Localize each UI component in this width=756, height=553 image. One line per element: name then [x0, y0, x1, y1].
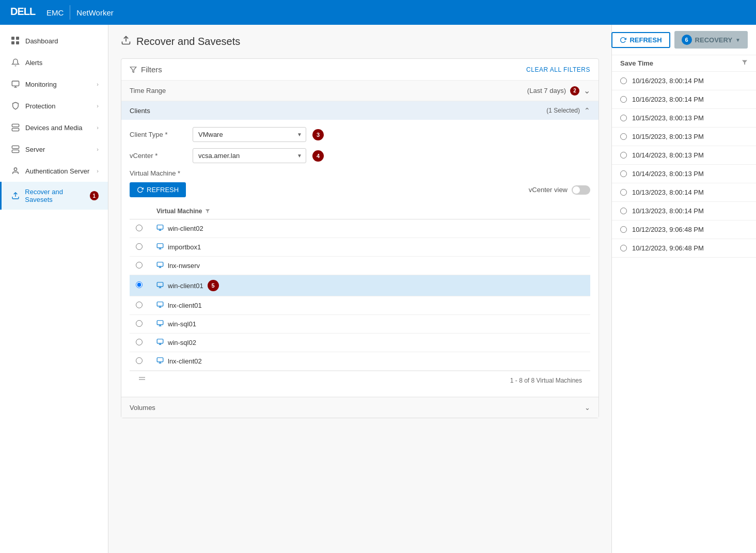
right-panel-buttons: REFRESH 6 RECOVERY ▼ [612, 25, 756, 55]
vm-icon [156, 224, 164, 233]
sidebar-item-monitoring[interactable]: Monitoring › [0, 73, 108, 95]
step-3-badge: 3 [312, 129, 324, 140]
sidebar-item-alerts[interactable]: Alerts [0, 52, 108, 73]
vm-radio-win-sql02[interactable] [136, 339, 143, 345]
clients-body: Client Type * VMware ▼ 3 vCenter * [121, 120, 598, 397]
devices-chevron-icon: › [97, 124, 99, 131]
savetime-text: 10/12/2023, 9:06:48 PM [632, 244, 704, 252]
sidebar-item-server[interactable]: Server › [0, 138, 108, 160]
table-row[interactable]: win-client01 5 [130, 275, 590, 296]
savetime-radio[interactable] [620, 226, 627, 233]
savetime-radio[interactable] [620, 77, 627, 84]
savetime-list: 10/16/2023, 8:00:14 PM 10/16/2023, 8:00:… [612, 72, 756, 553]
savetime-radio[interactable] [620, 208, 627, 214]
savetime-radio[interactable] [620, 245, 627, 251]
savetime-row[interactable]: 10/14/2023, 8:00:13 PM [612, 165, 756, 183]
vm-radio-importbox1[interactable] [136, 243, 143, 250]
sidebar-item-dashboard[interactable]: Dashboard [0, 30, 108, 52]
table-row[interactable]: win-client02 [130, 219, 590, 238]
savetime-row[interactable]: 10/15/2023, 8:00:13 PM [612, 109, 756, 128]
brand-logo: DELL EMC [10, 6, 64, 20]
vm-name: lnx-client02 [168, 357, 202, 365]
vcenter-view-label: vCenter view [529, 186, 568, 194]
svg-point-14 [14, 168, 17, 170]
clients-chevron-up-icon: ⌃ [584, 106, 590, 115]
server-chevron-icon: › [97, 146, 99, 152]
savetime-radio[interactable] [620, 133, 627, 140]
page-header: Recover and Savesets [121, 35, 599, 48]
table-row[interactable]: lnx-client01 [130, 296, 590, 315]
vm-radio-win-client02[interactable] [136, 225, 143, 231]
savetime-row[interactable]: 10/16/2023, 8:00:14 PM [612, 72, 756, 90]
savetime-radio[interactable] [620, 189, 627, 196]
savetime-row[interactable]: 10/13/2023, 8:00:14 PM [612, 202, 756, 220]
client-type-label: Client Type * [130, 131, 186, 138]
sidebar-item-server-label: Server [25, 146, 45, 153]
svg-rect-22 [157, 244, 163, 248]
savetime-text: 10/15/2023, 8:00:13 PM [632, 133, 704, 140]
vm-radio-lnx-nwserv[interactable] [136, 262, 143, 268]
table-row[interactable]: lnx-nwserv [130, 257, 590, 275]
right-panel-refresh-button[interactable]: REFRESH [611, 32, 670, 48]
vm-icon [156, 338, 164, 347]
sidebar-item-protection[interactable]: Protection › [0, 95, 108, 117]
sidebar-item-monitoring-label: Monitoring [25, 81, 57, 88]
vm-radio-win-sql01[interactable] [136, 320, 143, 327]
savetime-header: Save Time [612, 55, 756, 72]
savetime-row[interactable]: 10/15/2023, 8:00:13 PM [612, 128, 756, 146]
volumes-chevron-down-icon: ⌄ [585, 404, 590, 412]
savetime-radio[interactable] [620, 115, 627, 121]
time-range-row: Time Range (Last 7 days) 2 ⌄ [121, 81, 598, 101]
savetime-row[interactable]: 10/16/2023, 8:00:14 PM [612, 90, 756, 109]
clients-label: Clients [130, 107, 150, 115]
vm-icon [156, 320, 164, 328]
vm-radio-win-client01[interactable] [136, 281, 143, 288]
table-row[interactable]: win-sql02 [130, 334, 590, 352]
svg-rect-37 [157, 339, 163, 343]
recovery-button[interactable]: 6 RECOVERY ▼ [674, 31, 748, 49]
vm-radio-lnx-client02[interactable] [136, 357, 143, 364]
clients-header-right: (1 Selected) ⌃ [546, 106, 590, 115]
vcenter-label: vCenter * [130, 152, 186, 160]
emc-text: EMC [46, 8, 64, 17]
svg-rect-2 [16, 37, 19, 40]
table-row[interactable]: lnx-client02 [130, 352, 590, 371]
table-row[interactable]: win-sql01 [130, 315, 590, 334]
vm-radio-lnx-client01[interactable] [136, 302, 143, 308]
sidebar-item-auth-server[interactable]: Authentication Server › [0, 160, 108, 182]
time-range-chevron-down-icon[interactable]: ⌄ [584, 86, 590, 96]
vcenter-select[interactable]: vcsa.amer.lan [193, 148, 306, 163]
clients-header[interactable]: Clients (1 Selected) ⌃ [121, 101, 598, 120]
column-resize-icon [138, 375, 146, 385]
vm-name: win-client02 [168, 225, 203, 232]
vm-refresh-button[interactable]: REFRESH [130, 182, 186, 197]
savetime-radio[interactable] [620, 152, 627, 159]
client-type-select[interactable]: VMware [193, 127, 306, 142]
savetime-row[interactable]: 10/12/2023, 9:06:48 PM [612, 239, 756, 258]
savetime-row[interactable]: 10/13/2023, 8:00:14 PM [612, 183, 756, 202]
savetime-text: 10/13/2023, 8:00:14 PM [632, 188, 704, 196]
vm-icon [156, 281, 164, 290]
savetime-radio[interactable] [620, 170, 627, 177]
sidebar-item-recover-savesets[interactable]: Recover and Savesets 1 [0, 182, 108, 210]
savetime-radio[interactable] [620, 96, 627, 103]
table-row[interactable]: importbox1 [130, 238, 590, 257]
grid-icon [11, 36, 20, 45]
vcenter-select-wrapper: vcsa.amer.lan ▼ [193, 148, 306, 163]
svg-rect-12 [12, 146, 19, 148]
monitoring-chevron-icon: › [97, 81, 99, 87]
vcenter-row: vCenter * vcsa.amer.lan ▼ 4 [130, 148, 590, 163]
main-content: Recover and Savesets Filters CLEAR ALL F… [108, 25, 611, 553]
svg-rect-19 [157, 225, 163, 229]
vm-name: win-sql02 [168, 339, 196, 346]
savetime-row[interactable]: 10/12/2023, 9:06:48 PM [612, 220, 756, 239]
savetime-row[interactable]: 10/14/2023, 8:00:13 PM [612, 146, 756, 165]
volumes-row[interactable]: Volumes ⌄ [121, 397, 598, 418]
column-filter-icon [205, 209, 210, 214]
sidebar-item-devices-media[interactable]: Devices and Media › [0, 117, 108, 138]
vcenter-view-toggle[interactable] [572, 185, 590, 195]
clear-all-filters-button[interactable]: CLEAR ALL FILTERS [526, 66, 590, 73]
vm-icon [156, 243, 164, 251]
svg-rect-28 [157, 282, 163, 286]
svg-marker-18 [206, 209, 210, 213]
